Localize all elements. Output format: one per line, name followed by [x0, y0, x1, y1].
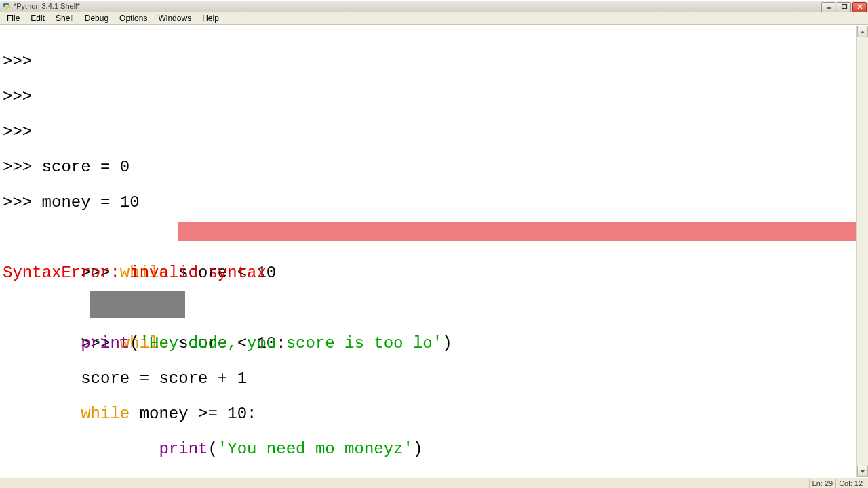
window-controls: [821, 1, 867, 13]
paren: (: [130, 334, 139, 352]
builtin-print: print: [159, 440, 208, 458]
prompt: >>>: [3, 52, 42, 70]
code-text: money >= 10:: [130, 405, 256, 423]
svg-marker-8: [861, 470, 865, 473]
error-message: SyntaxError: invalid syntax: [3, 264, 267, 282]
prompt: >>>: [3, 193, 42, 211]
code-text: score = score + 1: [81, 369, 247, 388]
menu-options[interactable]: Options: [114, 13, 153, 24]
error-highlight: [178, 222, 856, 241]
prompt: >>>: [3, 123, 42, 141]
status-col: Col: 12: [835, 478, 865, 488]
selection-highlight: [90, 291, 185, 318]
code-editor[interactable]: >>> >>> >>> >>> >>> score = 0 >>> money …: [0, 26, 856, 477]
scroll-up-button[interactable]: [857, 26, 868, 37]
minimize-button[interactable]: [821, 2, 835, 12]
editor-area: >>> >>> >>> >>> >>> score = 0 >>> money …: [0, 25, 868, 477]
status-line: Ln: 29: [809, 478, 836, 488]
menu-edit[interactable]: Edit: [25, 13, 50, 24]
scroll-track[interactable]: [857, 37, 868, 466]
scroll-down-button[interactable]: [857, 466, 868, 477]
menubar: File Edit Shell Debug Options Windows He…: [0, 12, 868, 25]
paren: (: [208, 440, 217, 458]
python-icon: [2, 2, 11, 11]
close-button[interactable]: [852, 2, 867, 12]
prompt: >>>: [3, 26, 42, 26]
window: *Python 3.4.1 Shell* File Edit Shell Deb…: [0, 0, 868, 488]
paren: ): [442, 334, 452, 352]
menu-windows[interactable]: Windows: [153, 13, 197, 24]
builtin-print: print: [81, 334, 130, 352]
maximize-button[interactable]: [837, 2, 851, 12]
svg-marker-7: [861, 30, 865, 33]
menu-help[interactable]: Help: [197, 13, 224, 24]
prompt: >>>: [3, 87, 42, 106]
code-text: score = 0: [42, 158, 130, 176]
indent: [3, 334, 81, 352]
svg-point-1: [8, 8, 9, 9]
menu-debug[interactable]: Debug: [79, 13, 114, 24]
prompt: >>>: [3, 158, 42, 176]
svg-point-0: [4, 3, 5, 4]
menu-shell[interactable]: Shell: [50, 13, 79, 24]
code-text: money = 10: [42, 193, 140, 211]
titlebar: *Python 3.4.1 Shell*: [0, 0, 868, 12]
indent: [3, 369, 81, 388]
window-title: *Python 3.4.1 Shell*: [14, 2, 80, 10]
menu-file[interactable]: File: [1, 13, 25, 24]
statusbar: Ln: 29 Col: 12: [0, 477, 868, 488]
string-literal: 'You need mo moneyz': [218, 440, 413, 458]
vertical-scrollbar[interactable]: [856, 26, 868, 477]
indent: [3, 440, 159, 458]
string-literal: 'Hey dude, you score is too lo': [140, 334, 442, 352]
paren: ): [413, 440, 422, 458]
indent: [3, 405, 81, 423]
keyword-while: while: [81, 405, 130, 423]
